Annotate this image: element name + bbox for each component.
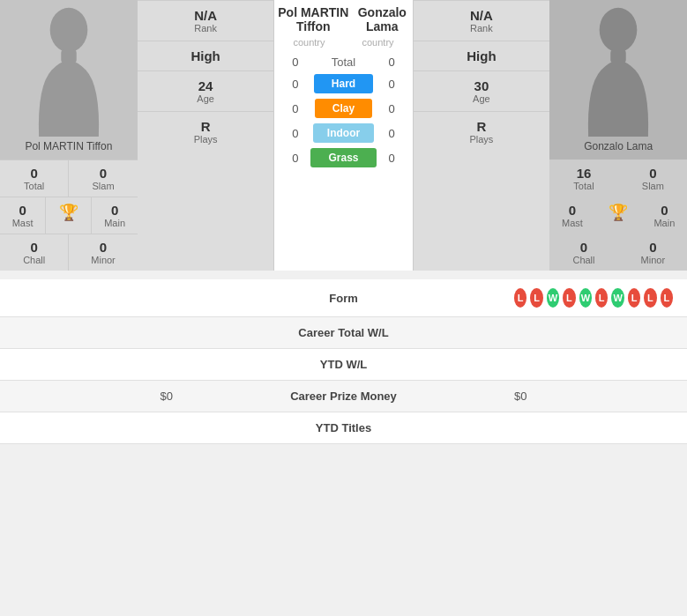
indoor-button[interactable]: Indoor	[313, 123, 374, 143]
left-trophy-icon: 🏆	[46, 197, 92, 234]
left-total-stat: 0 Total	[0, 160, 69, 197]
left-high-block: High	[138, 41, 274, 71]
bottom-tables: Form LLWLWLWLLL Career Total W/L YTD W/L…	[0, 279, 687, 444]
form-badge-l: L	[628, 288, 640, 308]
career-prize-row: $0 Career Prize Money $0	[0, 381, 687, 412]
right-plays-block: R Plays	[414, 111, 550, 152]
left-mast-stat: 0 Mast	[0, 197, 46, 234]
grass-button[interactable]: Grass	[310, 148, 376, 167]
ytd-titles-label: YTD Titles	[190, 421, 497, 434]
right-slam-stat: 0 Slam	[619, 160, 687, 197]
center-right-name: Gonzalo Lama	[352, 5, 412, 33]
left-stats-col: N/A Rank High 24 Age R Plays	[138, 0, 275, 271]
left-plays-block: R Plays	[138, 111, 274, 152]
center-hard-row: 0 Hard 0	[274, 71, 412, 96]
center-country-row: country country	[274, 35, 412, 53]
form-badge-l: L	[563, 288, 575, 308]
right-mast-stat: 0 Mast	[549, 197, 595, 234]
svg-point-0	[50, 8, 88, 52]
left-chall-stat: 0 Chall	[0, 234, 69, 271]
form-badge-l: L	[595, 288, 608, 308]
center-left-name: Pol MARTIN Tiffon	[274, 5, 352, 33]
right-total-stat: 16 Total	[549, 160, 618, 197]
ytd-wl-row: YTD W/L	[0, 349, 687, 381]
form-badge-l: L	[514, 288, 526, 308]
form-badge-l: L	[530, 288, 542, 308]
form-badges-container: LLWLWLWLLL	[497, 288, 673, 308]
right-player-photo-col: Gonzalo Lama 16 Total 0 Slam 0 Mast 🏆	[549, 0, 687, 271]
right-high-block: High	[414, 41, 550, 71]
career-wl-row: Career Total W/L	[0, 317, 687, 349]
left-main-stat: 0 Main	[92, 197, 137, 234]
center-col: Pol MARTIN Tiffon Gonzalo Lama country c…	[274, 0, 412, 271]
form-row: Form LLWLWLWLLL	[0, 279, 687, 317]
right-stats-col: N/A Rank High 30 Age R Plays	[413, 0, 550, 271]
left-country-flag: country	[293, 37, 325, 48]
form-badge-l: L	[661, 288, 673, 308]
left-player-photo-col: Pol MARTIN Tiffon 0 Total 0 Slam 0 Mast …	[0, 0, 138, 271]
right-rank-block: N/A Rank	[414, 0, 550, 41]
page-container: Pol MARTIN Tiffon 0 Total 0 Slam 0 Mast …	[0, 0, 687, 444]
left-age-block: 24 Age	[138, 71, 274, 111]
right-chall-stat: 0 Chall	[549, 234, 618, 271]
total-label: Total	[332, 56, 355, 69]
career-prize-right: $0	[497, 390, 673, 403]
right-main-stat: 0 Main	[642, 197, 687, 234]
left-rank-block: N/A Rank	[138, 0, 274, 41]
ytd-titles-row: YTD Titles	[0, 412, 687, 444]
career-prize-label: Career Prize Money	[190, 390, 497, 403]
svg-rect-3	[610, 49, 625, 63]
center-player-names: Pol MARTIN Tiffon Gonzalo Lama	[274, 0, 412, 35]
career-wl-label: Career Total W/L	[190, 326, 497, 339]
hard-button[interactable]: Hard	[314, 74, 373, 93]
left-player-avatar	[20, 0, 117, 137]
svg-rect-1	[61, 49, 76, 63]
left-player-name-tag: Pol MARTIN Tiffon	[0, 137, 138, 160]
form-badge-l: L	[644, 288, 656, 308]
clay-button[interactable]: Clay	[315, 99, 372, 118]
ytd-wl-label: YTD W/L	[190, 358, 497, 371]
left-minor-stat: 0 Minor	[69, 234, 137, 271]
right-player-name-tag: Gonzalo Lama	[549, 137, 687, 160]
right-country-flag: country	[362, 37, 393, 48]
right-minor-stat: 0 Minor	[619, 234, 687, 271]
form-badge-w: W	[547, 288, 559, 308]
right-age-block: 30 Age	[414, 71, 550, 111]
form-label: Form	[190, 292, 497, 305]
center-total-row: 0 Total 0	[274, 53, 412, 71]
form-badge-w: W	[611, 288, 624, 308]
left-slam-stat: 0 Slam	[69, 160, 137, 197]
right-player-avatar	[570, 0, 667, 137]
top-block: Pol MARTIN Tiffon 0 Total 0 Slam 0 Mast …	[0, 0, 687, 271]
career-prize-left: $0	[14, 390, 190, 403]
svg-point-2	[600, 8, 638, 52]
center-clay-row: 0 Clay 0	[274, 96, 412, 121]
center-indoor-row: 0 Indoor 0	[274, 121, 412, 145]
right-trophy-icon: 🏆	[596, 197, 642, 234]
form-badge-w: W	[579, 288, 592, 308]
center-grass-row: 0 Grass 0	[274, 145, 412, 170]
